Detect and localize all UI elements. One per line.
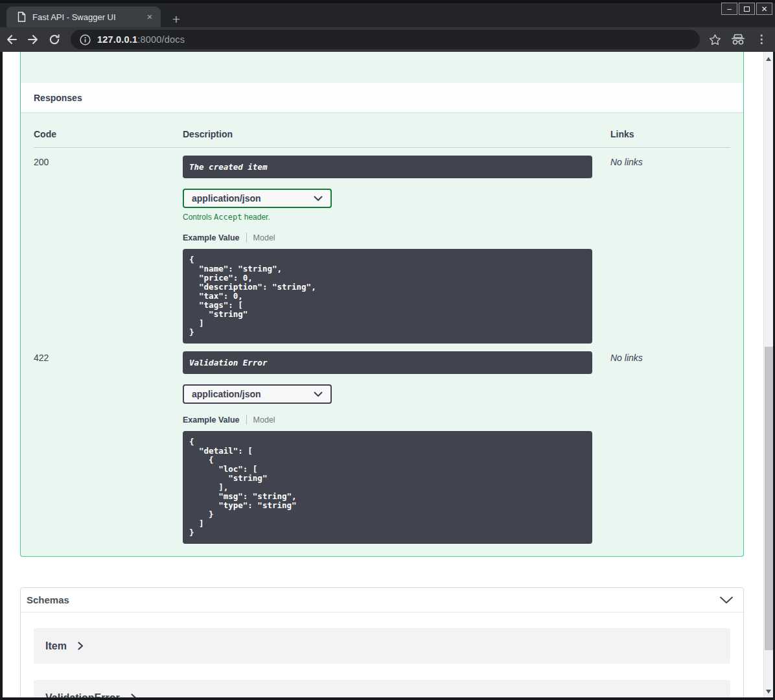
chevron-right-icon <box>131 694 137 697</box>
page-document-icon <box>17 12 26 22</box>
page-scrollbar[interactable] <box>763 52 773 697</box>
back-button[interactable] <box>2 30 21 49</box>
accept-header-note: Controls Accept header. <box>183 213 592 222</box>
schemas-header[interactable]: Schemas <box>21 588 743 612</box>
new-tab-button[interactable]: + <box>168 12 184 28</box>
url-text: 127.0.0.1:8000/docs <box>97 34 185 45</box>
schema-item-card[interactable]: Item <box>34 628 730 664</box>
schemas-body: Item ValidationError <box>21 612 743 697</box>
maximize-icon <box>744 6 750 12</box>
close-button[interactable]: ✕ <box>756 3 772 15</box>
bookmark-star-button[interactable] <box>705 30 724 49</box>
browser-titlebar: Fast API - Swagger UI × + – ✕ <box>0 0 775 27</box>
tab-model[interactable]: Model <box>253 415 275 425</box>
chevron-down-icon[interactable] <box>719 596 734 605</box>
tab-separator <box>246 233 247 242</box>
window-controls: – ✕ <box>721 3 772 15</box>
schemas-title: Schemas <box>27 594 69 605</box>
forward-button[interactable] <box>23 30 43 49</box>
page-content: Responses Code Description Links 200 The… <box>3 52 763 697</box>
back-arrow-icon <box>5 33 18 46</box>
schema-name: Item <box>45 640 67 652</box>
response-links: No links <box>592 156 730 344</box>
media-type-select[interactable]: application/json <box>183 189 332 208</box>
response-row-422: 422 Validation Error application/json Ex… <box>34 344 730 544</box>
maximize-button[interactable] <box>739 3 755 15</box>
response-links: No links <box>592 351 730 544</box>
reload-button[interactable] <box>45 30 64 49</box>
incognito-icon <box>730 34 746 45</box>
minimize-button[interactable]: – <box>721 3 737 15</box>
media-type-select[interactable]: application/json <box>183 384 332 404</box>
responses-section-header: Responses <box>21 83 743 112</box>
responses-table: Code Description Links 200 The created i… <box>21 112 743 544</box>
browser-menu-button[interactable]: ⋮ <box>752 30 771 49</box>
scrollbar-up-arrow-icon[interactable] <box>766 57 771 61</box>
example-model-tabs: Example Value Model <box>183 233 592 242</box>
star-icon <box>709 34 721 46</box>
forward-arrow-icon <box>27 33 40 46</box>
schemas-section: Schemas Item ValidationError <box>20 587 744 697</box>
tab-title: Fast API - Swagger UI <box>32 12 144 22</box>
browser-tab[interactable]: Fast API - Swagger UI × <box>6 6 161 27</box>
kebab-menu-icon: ⋮ <box>756 38 767 41</box>
response-description-box: Validation Error <box>183 351 592 374</box>
site-info-icon[interactable] <box>80 34 91 45</box>
response-description-cell: The created item application/json Contro… <box>183 156 592 344</box>
response-code: 422 <box>34 351 183 544</box>
reload-icon <box>48 33 61 46</box>
tab-example-value[interactable]: Example Value <box>183 415 240 425</box>
media-type-value: application/json <box>192 389 261 399</box>
incognito-indicator[interactable] <box>728 30 748 49</box>
example-json-422: { "detail": [ { "loc": [ "string" ], "ms… <box>183 431 592 544</box>
tab-separator <box>246 415 247 425</box>
chevron-down-icon <box>314 196 323 202</box>
responses-title: Responses <box>34 93 82 103</box>
tab-example-value[interactable]: Example Value <box>183 233 240 242</box>
responses-table-header: Code Description Links <box>34 121 730 148</box>
response-description-box: The created item <box>183 156 592 178</box>
example-model-tabs: Example Value Model <box>183 415 592 425</box>
chevron-down-icon <box>314 391 323 397</box>
scrollbar-down-arrow-icon[interactable] <box>766 690 771 694</box>
url-host: 127.0.0.1 <box>97 34 137 45</box>
header-code: Code <box>34 129 183 139</box>
post-operation-panel: Responses Code Description Links 200 The… <box>20 52 744 557</box>
scrollbar-thumb[interactable] <box>765 347 773 650</box>
chevron-right-icon <box>78 642 84 650</box>
browser-toolbar: 127.0.0.1:8000/docs ⋮ <box>0 27 775 52</box>
media-type-value: application/json <box>192 193 261 204</box>
schema-name: ValidationError <box>45 692 120 698</box>
response-description-cell: Validation Error application/json Exampl… <box>183 351 592 544</box>
tab-close-icon[interactable]: × <box>144 11 156 23</box>
tab-model[interactable]: Model <box>253 233 275 242</box>
address-bar[interactable]: 127.0.0.1:8000/docs <box>71 30 700 49</box>
url-path: :8000/docs <box>137 34 185 45</box>
schema-validationerror-card[interactable]: ValidationError <box>34 680 730 697</box>
example-json-200: { "name": "string", "price": 0, "descrip… <box>183 249 592 344</box>
header-links: Links <box>592 129 730 139</box>
opblock-spacer <box>21 52 743 83</box>
response-code: 200 <box>34 156 183 344</box>
header-description: Description <box>183 129 592 139</box>
response-row-200: 200 The created item application/json Co… <box>34 148 730 344</box>
